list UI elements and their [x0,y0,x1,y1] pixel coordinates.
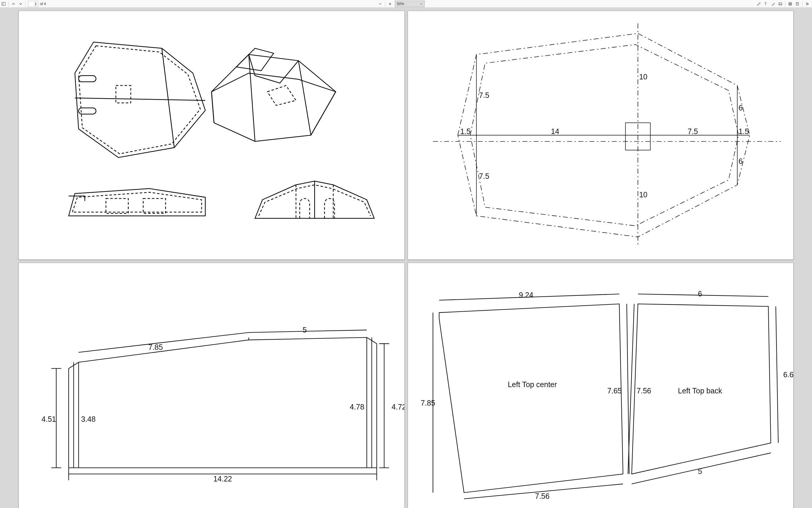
chevron-down-icon [19,2,22,5]
dim-7.85: 7.85 [149,343,163,351]
image-icon [778,2,782,6]
page-down-button[interactable] [17,0,24,7]
svg-line-51 [628,304,634,474]
svg-line-46 [638,294,768,296]
zoom-in-button[interactable] [387,0,394,7]
pdf-page-3: 7.85 5 4.51 3.48 4.78 4.72 14.22 [18,263,405,508]
pdf-page-2: 7.5 7.5 1.5 1.5 10 10 14 7.5 6 6 [408,11,794,260]
dim-7.56a: 7.56 [637,386,651,395]
dim-14.22: 14.22 [213,475,232,483]
minus-icon [378,2,382,6]
svg-line-14 [162,48,174,148]
more-tools-button[interactable] [804,0,811,7]
dim-1.5-right: 1.5 [738,127,749,135]
plus-icon [388,2,392,6]
dim-14: 14 [551,127,559,135]
dim-7.5-upper-left: 7.5 [479,91,489,99]
dim-7.5-lower-left: 7.5 [479,172,489,180]
page4-drawing: 9.24 6 7.85 7.65 7.56 6.67 7.56 5 Left T… [408,263,794,508]
page2-drawing: 7.5 7.5 1.5 1.5 10 10 14 7.5 6 6 [408,11,794,259]
svg-rect-0 [2,2,5,5]
dim-5: 5 [302,326,307,334]
dim-4.72: 4.72 [392,403,404,411]
page1-drawing [19,11,404,259]
dim-10-lower: 10 [639,190,647,199]
dim-4.51: 4.51 [42,415,56,423]
dim-4.78: 4.78 [350,403,364,411]
sidebar-icon [1,2,6,6]
download-icon [795,2,800,6]
pdf-page-4: 9.24 6 7.85 7.65 7.56 6.67 7.56 5 Left T… [408,263,794,508]
download-button[interactable] [794,0,801,7]
dim-6: 6 [698,290,702,298]
svg-line-13 [75,98,205,100]
zoom-value: 50% [397,2,404,6]
add-text-button[interactable]: T [762,0,770,7]
pencil-icon [757,2,761,6]
svg-line-52 [776,306,778,443]
zoom-out-button[interactable] [376,0,384,7]
pdf-toolbar: of 4 50% T [0,0,812,8]
highlight-button[interactable] [770,0,777,7]
dim-10-upper: 10 [639,73,647,81]
dim-9.24: 9.24 [519,291,533,299]
svg-rect-19 [143,199,165,213]
dim-6.67: 6.67 [783,370,793,379]
highlighter-icon [771,2,775,6]
page-total-label: of 4 [40,2,46,6]
text-icon: T [764,2,768,6]
add-image-button[interactable] [777,0,784,7]
print-button[interactable] [786,0,794,7]
dim-1.5-left: 1.5 [460,127,471,135]
svg-rect-15 [116,86,131,103]
page-number-input[interactable] [28,1,38,7]
sidebar-toggle-button[interactable] [0,0,7,7]
page3-drawing: 7.85 5 4.51 3.48 4.78 4.72 14.22 [19,263,404,508]
chevron-down-icon [420,3,422,5]
print-icon [788,2,792,6]
dim-6-upper-right: 6 [738,103,742,112]
dim-3.48: 3.48 [81,415,96,423]
svg-text:T: T [765,2,767,6]
svg-line-43 [79,333,249,352]
pdf-page-1 [18,11,405,260]
svg-line-44 [249,330,367,332]
dim-5: 5 [698,467,702,475]
dim-7.65: 7.65 [607,386,622,395]
pages-grid: 7.5 7.5 1.5 1.5 10 10 14 7.5 6 6 [0,8,812,508]
dim-6-lower-right: 6 [738,157,742,165]
svg-rect-16 [79,76,96,82]
chevron-double-right-icon [805,2,809,6]
zoom-select[interactable]: 50% [395,1,425,7]
pdf-viewport[interactable]: 7.5 7.5 1.5 1.5 10 10 14 7.5 6 6 [0,8,812,508]
dim-7.5-right: 7.5 [687,127,698,135]
draw-freehand-button[interactable] [755,0,762,7]
dim-7.85: 7.85 [420,399,435,407]
dim-7.56b: 7.56 [535,492,550,500]
label-left-top-back: Left Top back [678,386,722,395]
page-up-button[interactable] [10,0,17,7]
chevron-up-icon [12,2,15,5]
label-left-top-center: Left Top center [508,380,557,389]
svg-rect-18 [106,199,128,213]
